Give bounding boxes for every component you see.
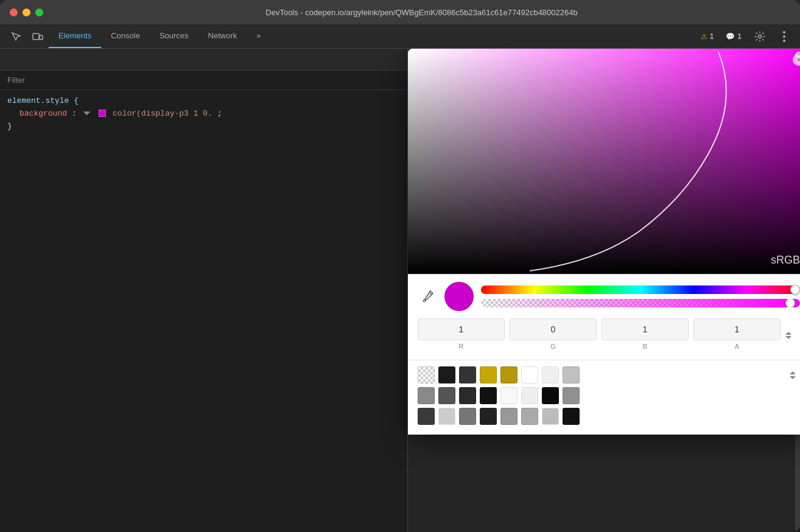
window-title: DevTools - codepen.io/argyleink/pen/QWBg… <box>53 8 790 17</box>
svg-point-5 <box>783 40 785 42</box>
elements-panel: Filter element.style { background : colo… <box>0 49 408 532</box>
tab-console[interactable]: Console <box>101 24 150 48</box>
spinner-down-icon[interactable] <box>785 336 791 339</box>
input-group-a: A <box>693 318 781 350</box>
swatch-dark6[interactable] <box>563 408 580 425</box>
swatch-dark1[interactable] <box>459 387 476 404</box>
input-a[interactable] <box>693 318 781 340</box>
swatches-spinner[interactable] <box>785 371 800 379</box>
tab-elements[interactable]: Elements <box>49 24 101 48</box>
device-mode-icon[interactable] <box>27 24 49 48</box>
swatch-gray6[interactable] <box>459 408 476 425</box>
swatch-transparent[interactable] <box>418 366 435 383</box>
swatch-gray4[interactable] <box>563 387 580 404</box>
swatches-section <box>408 360 800 435</box>
swatch-light1[interactable] <box>500 387 518 404</box>
svg-point-4 <box>783 35 785 38</box>
swatch-black1[interactable] <box>438 366 455 383</box>
select-element-icon[interactable] <box>5 24 27 48</box>
input-r[interactable] <box>418 318 505 340</box>
color-gradient-area[interactable]: sRGB × <box>408 49 800 274</box>
gradient-dark-overlay <box>408 49 800 274</box>
swatch-dark3[interactable] <box>542 387 559 404</box>
minimize-button[interactable] <box>23 9 30 16</box>
swatch-gray2[interactable] <box>418 387 435 404</box>
label-g: G <box>550 343 556 350</box>
swatch-white1[interactable] <box>521 366 538 383</box>
css-selector: element.style { <box>7 96 79 105</box>
tab-more[interactable]: » <box>247 24 270 48</box>
alpha-gradient <box>481 299 800 307</box>
swatch-gray1[interactable] <box>563 366 580 383</box>
input-g[interactable] <box>510 318 597 340</box>
swatch-gray7[interactable] <box>500 408 518 425</box>
swatch-gray9[interactable] <box>542 408 559 425</box>
tab-sources[interactable]: Sources <box>150 24 198 48</box>
label-a: A <box>735 343 739 350</box>
css-value: color(display-p3 1 0. <box>113 109 212 118</box>
warning-icon: ⚠ <box>701 32 707 41</box>
swatches-spinner-up[interactable] <box>790 371 796 374</box>
title-bar: DevTools - codepen.io/argyleink/pen/QWBg… <box>0 0 800 24</box>
css-closing-brace: } <box>7 122 12 131</box>
css-closing-brace-line: } <box>7 121 400 133</box>
alpha-slider[interactable] <box>481 299 800 307</box>
hue-slider[interactable] <box>481 285 800 294</box>
swatch-gold1[interactable] <box>480 366 497 383</box>
devtools-window: DevTools - codepen.io/argyleink/pen/QWBg… <box>0 0 800 532</box>
warnings-badge[interactable]: ⚠ 1 <box>696 30 719 43</box>
settings-icon[interactable] <box>749 31 771 42</box>
css-expand-arrow[interactable] <box>83 110 90 117</box>
close-button[interactable] <box>10 9 18 16</box>
css-property: background <box>19 109 67 118</box>
input-group-g: G <box>510 318 597 350</box>
swatch-dark2[interactable] <box>480 387 497 404</box>
svg-rect-0 <box>33 33 39 40</box>
alpha-slider-thumb[interactable] <box>785 299 795 307</box>
filter-bar: Filter <box>0 71 407 90</box>
traffic-lights <box>10 9 43 16</box>
maximize-button[interactable] <box>35 9 43 16</box>
swatch-black2[interactable] <box>459 366 476 383</box>
hue-slider-thumb[interactable] <box>790 285 800 295</box>
filter-label: Filter <box>7 75 25 85</box>
value-spinner[interactable] <box>785 332 800 350</box>
swatch-gray5[interactable] <box>438 408 455 425</box>
swatch-light2[interactable] <box>521 387 538 404</box>
input-b[interactable] <box>602 318 689 340</box>
right-panel: sRGB × <box>408 49 800 532</box>
css-property-line: background : color(display-p3 1 0. ; <box>7 108 400 121</box>
devtools-tab-bar: Elements Console Sources Network » ⚠ 1 💬… <box>0 24 800 49</box>
spinner-up-icon[interactable] <box>785 332 791 335</box>
swatch-gray8[interactable] <box>521 408 538 425</box>
swatch-white2[interactable] <box>542 366 559 383</box>
srgb-label: sRGB <box>771 254 800 267</box>
elements-toolbar <box>0 49 407 71</box>
swatches-row-1 <box>418 366 800 383</box>
svg-point-3 <box>783 31 785 33</box>
swatch-dark4[interactable] <box>418 408 435 425</box>
controls-row <box>418 282 800 311</box>
devtools-right-icons: ⚠ 1 💬 1 <box>696 24 795 48</box>
svg-point-2 <box>759 35 762 38</box>
eyedropper-button[interactable] <box>418 287 437 306</box>
color-swatch[interactable] <box>99 110 106 117</box>
rgba-inputs: R G B A <box>418 318 800 350</box>
label-r: R <box>459 343 464 350</box>
label-b: B <box>643 343 647 350</box>
swatch-dark5[interactable] <box>480 408 497 425</box>
svg-rect-1 <box>40 35 43 40</box>
color-picker-controls: R G B A <box>408 274 800 360</box>
swatch-gray3[interactable] <box>438 387 455 404</box>
elements-content: element.style { background : color(displ… <box>0 90 407 532</box>
sliders-container <box>481 285 800 307</box>
input-group-r: R <box>418 318 505 350</box>
message-icon: 💬 <box>726 32 735 41</box>
swatch-gold2[interactable] <box>500 366 518 383</box>
swatches-row-2 <box>418 387 800 404</box>
more-options-icon[interactable] <box>773 31 795 42</box>
swatches-spinner-down[interactable] <box>790 376 796 379</box>
color-picker-popup: sRGB × <box>408 49 800 435</box>
tab-network[interactable]: Network <box>198 24 247 48</box>
messages-badge[interactable]: 💬 1 <box>721 30 746 43</box>
